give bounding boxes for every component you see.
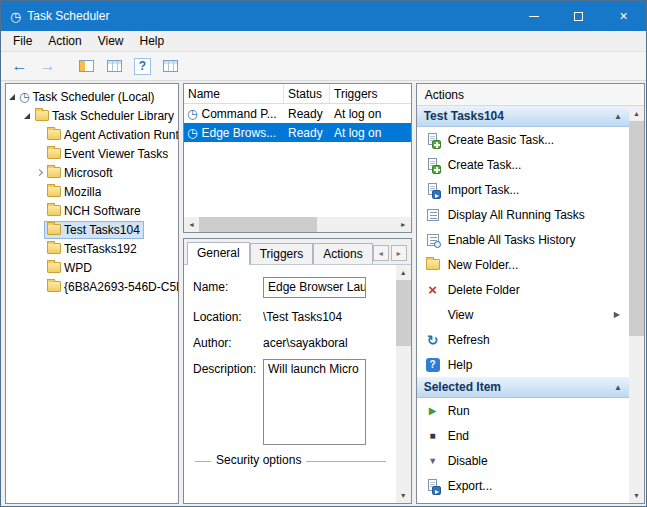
menu-help[interactable]: Help [132,32,173,50]
scroll-down-button[interactable]: ▼ [396,488,411,503]
export-icon [425,478,441,494]
library-folder-icon [35,110,49,121]
action-end[interactable]: ■ End [417,423,629,448]
tree-item-task-scheduler-local[interactable]: ◷ Task Scheduler (Local) [6,87,178,106]
console-tree-pane: ◷ Task Scheduler (Local) Task Scheduler … [5,83,179,504]
forward-icon: → [40,57,56,75]
action-display-all-running-tasks[interactable]: Display All Running Tasks [417,202,629,227]
action-create-basic-task[interactable]: Create Basic Task... [417,127,629,152]
tree-item-microsoft[interactable]: Microsoft [6,163,178,182]
tree-item-nch-software[interactable]: NCH Software [6,201,178,220]
description-field[interactable]: Will launch Micro [263,359,366,445]
forward-button[interactable]: → [35,54,60,78]
tab-scroll-left-button[interactable]: ◄ [373,245,389,261]
expanded-chevron-icon[interactable] [21,113,33,119]
menu-view[interactable]: View [90,32,132,50]
scroll-right-button[interactable]: ► [396,217,411,232]
action-help[interactable]: ? Help [417,352,629,377]
tree-item-test-tasks104[interactable]: Test Tasks104 [6,220,178,239]
tab-triggers[interactable]: Triggers [250,243,314,264]
tree-item-event-viewer-tasks[interactable]: Event Viewer Tasks [6,144,178,163]
tree-item-label: Task Scheduler (Local) [29,90,154,104]
actions-vertical-scrollbar[interactable]: ▲ ▼ [629,106,644,503]
task-icon: ◷ [187,127,197,139]
submenu-arrow-icon: ▶ [614,310,629,319]
action-view[interactable]: View ▶ [417,302,629,327]
task-row-command-prompt[interactable]: ◷Command P... Ready At log on [184,104,411,123]
help-icon: ? [134,58,151,75]
tree-item-mozilla[interactable]: Mozilla [6,182,178,201]
expanded-chevron-icon[interactable] [6,94,18,100]
tree-item-label: Test Tasks104 [61,223,140,237]
console-tree-icon [79,60,94,72]
collapsed-chevron-icon[interactable] [33,170,45,175]
tree-item-label: Mozilla [61,185,101,199]
action-export[interactable]: Export... [417,473,629,498]
help-button[interactable]: ? [130,54,155,78]
collapse-section-icon[interactable]: ▲ [614,112,622,121]
scroll-up-button[interactable]: ▲ [396,265,411,280]
author-label: Author: [193,333,263,350]
action-create-task[interactable]: Create Task... [417,152,629,177]
refresh-icon: ↻ [425,332,441,348]
folder-icon [47,224,61,235]
column-header-name[interactable]: Name [184,84,284,103]
section-header-test-tasks104[interactable]: Test Tasks104 ▲ [417,106,629,127]
action-refresh[interactable]: ↻ Refresh [417,327,629,352]
tree-item-guid-folder[interactable]: {6B8A2693-546D-C5D9 [6,277,178,296]
list-grid-icon [107,60,122,72]
tree-item-task-scheduler-library[interactable]: Task Scheduler Library [6,106,178,125]
tree-item-testtasks192[interactable]: TestTasks192 [6,239,178,258]
folder-icon [47,262,61,273]
collapse-section-icon[interactable]: ▲ [614,383,622,392]
tab-scroll-buttons: ◄ ► [373,245,409,264]
details-tabbar: General Triggers Actions ◄ ► [184,239,411,265]
export-list-button[interactable] [102,54,127,78]
back-icon: ← [12,57,28,75]
scroll-up-button[interactable]: ▲ [629,106,644,121]
tree-item-wpd[interactable]: WPD [6,258,178,277]
tab-actions[interactable]: Actions [313,243,372,264]
create-task-icon [425,157,441,173]
scrollbar-thumb[interactable] [199,217,317,232]
description-label: Description: [193,359,263,445]
task-row-edge-browser[interactable]: ◷Edge Brows... Ready At log on [184,123,411,142]
menu-action[interactable]: Action [40,32,89,50]
action-enable-all-tasks-history[interactable]: Enable All Tasks History [417,227,629,252]
action-run[interactable]: ▶ Run [417,398,629,423]
column-header-status[interactable]: Status [284,84,330,103]
tree-item-agent-activation-runtime[interactable]: Agent Activation Runt [6,125,178,144]
show-action-pane-button[interactable] [158,54,183,78]
task-status: Ready [284,107,330,121]
create-basic-task-icon [425,132,441,148]
close-button[interactable]: × [601,1,646,31]
scrollbar-thumb[interactable] [629,121,644,336]
action-label: Display All Running Tasks [448,208,585,222]
task-triggers: At log on [330,126,411,140]
tab-general[interactable]: General [187,242,250,265]
horizontal-scrollbar[interactable]: ◄ ► [184,217,411,232]
scroll-left-button[interactable]: ◄ [184,217,199,232]
menu-file[interactable]: File [5,32,40,50]
view-icon [425,307,441,323]
scroll-down-button[interactable]: ▼ [629,488,644,503]
general-tab-content: Name: Edge Browser Lau Location: \Test T… [184,265,396,503]
details-vertical-scrollbar[interactable]: ▲ ▼ [396,265,411,503]
maximize-button[interactable] [556,1,601,31]
task-list-pane: Name Status Triggers ◷Command P... Ready… [183,83,412,233]
action-label: Disable [448,454,488,468]
minimize-button[interactable] [511,1,556,31]
action-new-folder[interactable]: New Folder... [417,252,629,277]
action-label: Create Task... [448,158,522,172]
section-header-selected-item[interactable]: Selected Item ▲ [417,377,629,398]
action-disable[interactable]: ▼ Disable [417,448,629,473]
tab-scroll-right-button[interactable]: ► [391,245,407,261]
action-import-task[interactable]: Import Task... [417,177,629,202]
name-field[interactable]: Edge Browser Lau [263,277,366,298]
action-delete-folder[interactable]: × Delete Folder [417,277,629,302]
task-list-header: Name Status Triggers [184,84,411,104]
show-console-tree-button[interactable] [74,54,99,78]
column-header-triggers[interactable]: Triggers [330,84,411,103]
back-button[interactable]: ← [7,54,32,78]
scrollbar-thumb[interactable] [396,280,411,346]
